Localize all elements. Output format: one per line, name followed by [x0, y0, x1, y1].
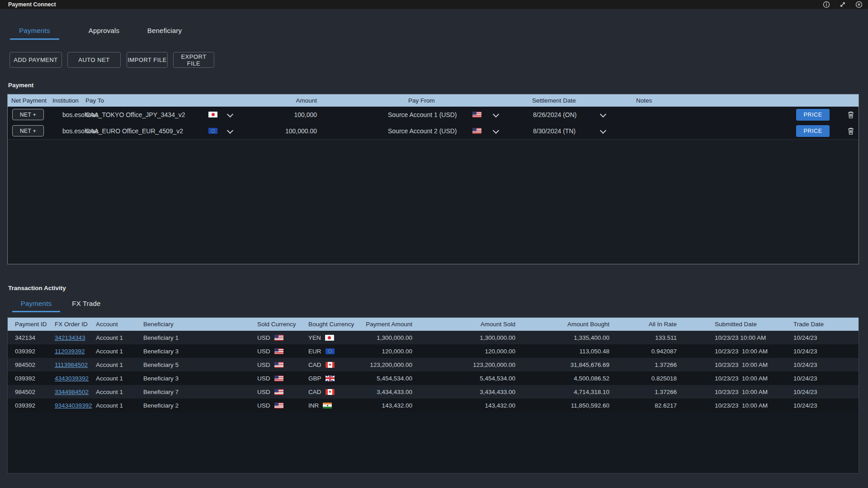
payment-amount-cell: 123,200,000.00: [326, 358, 412, 371]
topbar: Payment Connect: [0, 0, 868, 9]
tab-transaction-payments[interactable]: Payments: [12, 296, 60, 311]
payment-amount-cell: 3,434,433.00: [326, 385, 412, 399]
fx-order-id-link[interactable]: 1113984502: [55, 361, 88, 368]
close-icon[interactable]: [855, 1, 863, 8]
pay-from-cell: Source Account 1 (USD): [388, 107, 457, 123]
col-submitted-date-header: Submitted Date: [715, 318, 757, 331]
trash-icon[interactable]: [847, 111, 855, 119]
all-in-rate-cell: 1.37266: [614, 385, 677, 399]
sold-currency-cell: USD: [257, 344, 283, 358]
info-icon[interactable]: [823, 1, 830, 8]
bought-currency-code: EUR: [308, 348, 321, 355]
pay-to-cell: CAA_EURO Office_EUR_4509_v2: [85, 123, 183, 139]
payment-id-cell: 984502: [15, 385, 35, 399]
amount-bought-cell: 4,500,086.52: [520, 371, 609, 385]
payment-id-cell: 039392: [15, 371, 35, 385]
trash-icon[interactable]: [847, 127, 855, 135]
pay-to-cell: CAA_TOKYO Office_JPY_3434_v2: [85, 107, 185, 123]
chevron-down-icon[interactable]: [492, 127, 500, 135]
amount-sold-cell: 123,200,000.00: [421, 358, 515, 371]
trade-date-cell: 10/24/23: [793, 358, 817, 371]
export-file-button[interactable]: EXPORT FILE: [173, 52, 214, 68]
chevron-down-icon[interactable]: [599, 111, 607, 118]
fx-order-id-link[interactable]: 93434039392: [55, 402, 92, 409]
tab-approvals-label: Approvals: [89, 27, 120, 34]
fx-order-id-link[interactable]: 3344984502: [55, 389, 89, 395]
window-controls: [823, 1, 863, 8]
chevron-down-icon[interactable]: [599, 127, 607, 135]
payment-row: NET + bos.esoheas CAA_EURO Office_EUR_45…: [8, 123, 859, 140]
price-button[interactable]: PRICE: [796, 125, 830, 137]
beneficiary-cell: Beneficiary 3: [143, 344, 179, 358]
tab-transaction-payments-label: Payments: [21, 300, 52, 307]
col-amount-header: Amount: [216, 94, 317, 107]
beneficiary-cell: Beneficiary 7: [143, 385, 179, 399]
pay-from-cell: Source Account 2 (USD): [388, 123, 457, 139]
sold-currency-code: USD: [257, 361, 270, 368]
transaction-row: 984502 3344984502 Account 1 Beneficiary …: [8, 385, 859, 399]
col-amount-bought-header: Amount Bought: [520, 318, 609, 331]
trade-date-cell: 10/24/23: [793, 344, 817, 358]
account-cell: Account 1: [96, 344, 123, 358]
account-cell: Account 1: [96, 358, 123, 371]
transaction-table-header: Payment ID FX Order ID Account Beneficia…: [8, 318, 859, 331]
transaction-row: 342134 342134343 Account 1 Beneficiary 1…: [8, 331, 859, 344]
sold-currency-cell: USD: [257, 331, 283, 344]
transaction-row: 039392 112039392 Account 1 Beneficiary 3…: [8, 344, 859, 358]
amount-sold-cell: 5,454,534.00: [421, 371, 515, 385]
auto-net-button[interactable]: AUTO NET: [67, 52, 121, 68]
expand-icon[interactable]: [839, 1, 846, 8]
bought-currency-code: YEN: [308, 334, 321, 341]
bought-currency-code: INR: [308, 402, 319, 409]
amount-bought-cell: 113,050.48: [520, 344, 609, 358]
amount-sold-cell: 1,300,000.00: [421, 331, 515, 344]
price-button[interactable]: PRICE: [796, 109, 830, 121]
sold-currency-code: USD: [257, 402, 270, 409]
sold-currency-cell: USD: [257, 371, 283, 385]
beneficiary-cell: Beneficiary 3: [143, 371, 179, 385]
account-cell: Account 1: [96, 371, 123, 385]
tab-payments[interactable]: Payments: [10, 23, 59, 38]
add-payment-button[interactable]: ADD PAYMENT: [9, 52, 62, 68]
all-in-rate-cell: 0.825018: [614, 371, 677, 385]
all-in-rate-cell: 82.6217: [614, 399, 677, 412]
payment-row: NET + bos.esoheas CAA_TOKYO Office_JPY_3…: [8, 107, 859, 123]
transaction-section-title: Transaction Activity: [8, 285, 66, 291]
trade-date-cell: 10/24/23: [793, 385, 817, 399]
sold-currency-flag-icon: [274, 362, 283, 368]
col-settlement-date-header: Settlement Date: [532, 94, 576, 107]
col-amount-sold-header: Amount Sold: [421, 318, 515, 331]
tab-approvals[interactable]: Approvals: [81, 23, 127, 38]
beneficiary-cell: Beneficiary 2: [143, 399, 179, 412]
col-account-header: Account: [96, 318, 118, 331]
transaction-row: 984502 1113984502 Account 1 Beneficiary …: [8, 358, 859, 371]
col-pay-to-header: Pay To: [85, 94, 104, 107]
fx-order-id-link[interactable]: 342134343: [55, 334, 85, 341]
window-title: Payment Connect: [8, 1, 56, 8]
account-cell: Account 1: [96, 331, 123, 344]
amount-bought-cell: 31,845,676.69: [520, 358, 609, 371]
payment-section-title: Payment: [8, 82, 33, 89]
net-plus-button[interactable]: NET +: [12, 109, 44, 120]
tab-beneficiary-label: Beneficiary: [147, 27, 182, 34]
settlement-date-cell: 8/30/2024 (TN): [533, 123, 576, 139]
sold-currency-flag-icon: [274, 403, 283, 408]
account-cell: Account 1: [96, 399, 123, 412]
tab-fx-trade[interactable]: FX Trade: [66, 296, 107, 311]
col-payment-id-header: Payment ID: [15, 318, 47, 331]
fx-order-id-link[interactable]: 4343039392: [55, 375, 89, 382]
amount-cell: 100,000: [216, 107, 317, 123]
chevron-down-icon[interactable]: [492, 111, 500, 118]
col-net-payment-header: Net Payment: [11, 94, 47, 107]
payment-id-cell: 342134: [15, 331, 35, 344]
beneficiary-cell: Beneficiary 1: [143, 331, 179, 344]
trade-date-cell: 10/24/23: [793, 371, 817, 385]
bought-currency-code: GBP: [308, 375, 321, 382]
net-plus-button[interactable]: NET +: [12, 125, 44, 136]
tab-beneficiary[interactable]: Beneficiary: [142, 23, 187, 38]
fx-order-id-link[interactable]: 112039392: [55, 348, 85, 355]
tab-payments-label: Payments: [19, 27, 50, 34]
sold-currency-cell: USD: [257, 385, 283, 399]
import-file-button[interactable]: IMPORT FILE: [127, 52, 168, 68]
payment-table: Net Payment Institution Pay To Amount Pa…: [7, 94, 859, 264]
